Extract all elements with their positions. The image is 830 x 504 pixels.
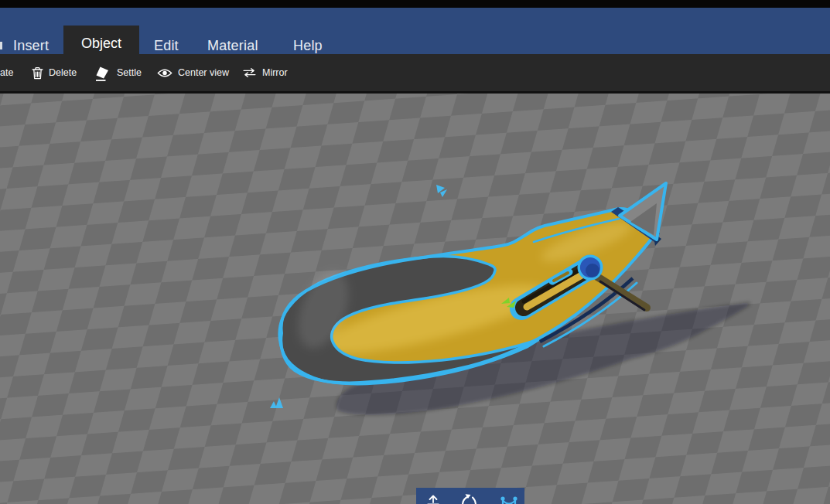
move-icon xyxy=(425,494,442,504)
clipped-tab-fragment xyxy=(0,42,2,49)
move-button[interactable] xyxy=(425,494,442,504)
mirror-button[interactable]: Mirror xyxy=(242,54,288,91)
rotate-icon xyxy=(460,494,477,504)
mirror-label: Mirror xyxy=(262,67,288,78)
center-view-button[interactable]: Center view xyxy=(157,54,229,91)
scale-button[interactable] xyxy=(500,494,518,504)
scene-canvas xyxy=(0,94,830,504)
delete-label: Delete xyxy=(49,67,77,78)
viewport-3d[interactable] xyxy=(0,93,830,504)
gizmo-bar xyxy=(416,488,524,504)
settle-button[interactable]: Settle xyxy=(93,54,142,91)
delete-button[interactable]: Delete xyxy=(32,54,77,91)
eye-icon xyxy=(157,68,172,78)
mirror-arrows-icon xyxy=(242,67,257,78)
rotate-button[interactable] xyxy=(460,494,477,504)
window-top-strip xyxy=(0,0,830,8)
menubar: Insert Object Edit Material Help xyxy=(0,8,830,54)
clipped-toolbar-button[interactable]: ate xyxy=(0,54,13,91)
scale-icon xyxy=(500,494,518,504)
trash-icon xyxy=(32,66,43,80)
settle-label: Settle xyxy=(117,67,142,78)
center-view-label: Center view xyxy=(178,67,229,78)
settle-icon xyxy=(93,64,111,82)
slider-button-shade xyxy=(586,264,599,278)
